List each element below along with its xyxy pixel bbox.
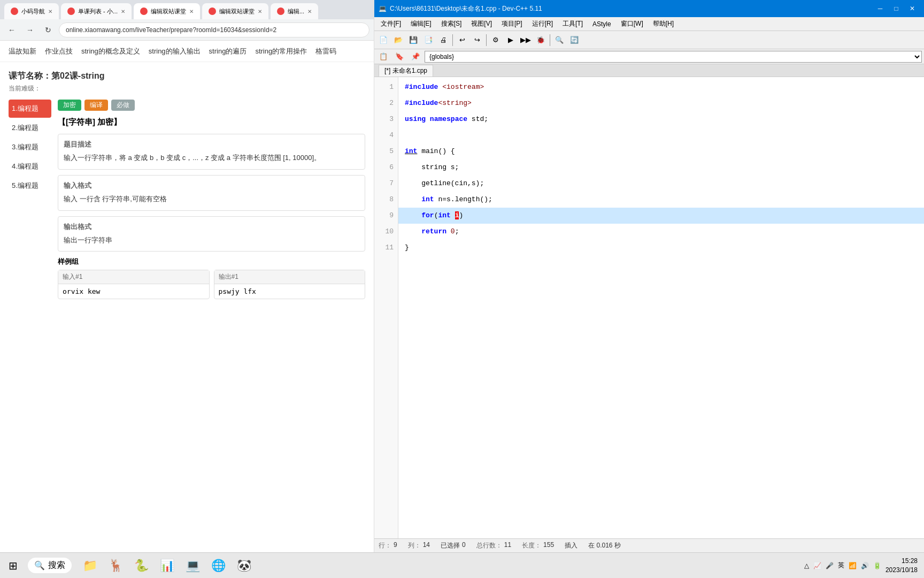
tab-5-close[interactable]: ✕ <box>307 9 312 14</box>
nav-item-1[interactable]: 温故知新 <box>9 47 36 56</box>
toolbar-new[interactable]: 📄 <box>376 33 390 47</box>
toolbar-redo[interactable]: ↪ <box>470 33 484 47</box>
line-num-1: 1 <box>374 79 398 95</box>
code-area[interactable]: 1 2 3 4 5 6 7 8 9 10 11 #include <iostre… <box>374 77 924 538</box>
tag-3[interactable]: 必做 <box>111 100 135 111</box>
tab-2-close[interactable]: ✕ <box>121 9 125 14</box>
toolbar-compile-run[interactable]: ▶▶ <box>519 33 533 47</box>
taskbar-devcpp-icon[interactable]: 💻 <box>181 554 204 577</box>
status-row-val: 9 <box>394 541 397 550</box>
website-top-nav: 温故知新 作业点技 string的概念及定义 string的输入输出 strin… <box>0 41 374 62</box>
file-tab-unnamed[interactable]: [*] 未命名1.cpp <box>379 65 433 77</box>
taskbar-chart-icon[interactable]: 📊 <box>155 554 179 577</box>
sidebar-item-4[interactable]: 4.编程题 <box>9 157 51 176</box>
tag-1[interactable]: 加密 <box>58 100 81 111</box>
nav-item-7[interactable]: 格雷码 <box>315 47 336 56</box>
tab-3-close[interactable]: ✕ <box>189 9 194 14</box>
nav-item-4[interactable]: string的输入输出 <box>149 47 201 56</box>
windows-logo-icon: ⊞ <box>9 559 18 572</box>
forward-button[interactable]: → <box>22 22 37 37</box>
globals-select[interactable]: {globals} <box>425 51 922 63</box>
sidebar-item-5[interactable]: 5.编程题 <box>9 177 51 195</box>
taskbar-python-icon[interactable]: 🐍 <box>129 554 153 577</box>
back-button[interactable]: ← <box>4 22 19 37</box>
code-line-9: for(int i) <box>398 208 924 224</box>
devcpp-titlebar: 💻 C:\Users\86131\Desktop\未命名1.cpp - Dev-… <box>374 0 924 17</box>
globals-icon-2[interactable]: 🔖 <box>392 50 406 64</box>
taskbar-deer-icon[interactable]: 🦌 <box>104 554 127 577</box>
toolbar-run[interactable]: ▶ <box>504 33 518 47</box>
status-col-val: 14 <box>423 541 430 550</box>
toolbar-print[interactable]: 🖨 <box>436 33 450 47</box>
line-num-4: 4 <box>374 127 398 143</box>
clock-date: 2023/10/18 <box>886 566 918 575</box>
tag-2[interactable]: 编译 <box>84 100 108 111</box>
website-content: 课节名称：第02课-string 当前难级： 1.编程题 2.编程题 3.编程题… <box>0 62 374 552</box>
toolbar-replace[interactable]: 🔄 <box>567 33 581 47</box>
toolbar-debug[interactable]: 🐞 <box>534 33 548 47</box>
problem-content: 加密 编译 必做 【[字符串] 加密】 题目描述 输入一行字符串，将 a 变成 … <box>58 100 365 299</box>
browser-tab-1[interactable]: 小码导航 ✕ <box>4 3 59 19</box>
line-num-5: 5 <box>374 143 398 159</box>
menu-window[interactable]: 窗口[W] <box>617 18 648 29</box>
tab-5-label: 编辑... <box>288 7 304 16</box>
status-total-val: 11 <box>504 541 511 550</box>
code-lines[interactable]: #include <iostream> #include<string> usi… <box>398 77 924 538</box>
sidebar-item-3[interactable]: 3.编程题 <box>9 138 51 156</box>
devcpp-menubar: 文件[F] 编辑[E] 搜索[S] 视图[V] 项目[P] 运行[R] 工具[T… <box>374 17 924 31</box>
sample-label: 样例组 <box>58 257 365 267</box>
menu-astyle[interactable]: AStyle <box>588 19 615 29</box>
refresh-button[interactable]: ↻ <box>41 22 56 37</box>
tab-1-close[interactable]: ✕ <box>48 9 52 14</box>
browser-tab-2[interactable]: 单课列表 - 小... ✕ <box>61 3 132 19</box>
toolbar-find[interactable]: 🔍 <box>552 33 566 47</box>
sidebar-item-1[interactable]: 1.编程题 <box>9 100 51 118</box>
taskbar-clock[interactable]: 15:28 2023/10/18 <box>886 557 918 575</box>
browser-tab-5[interactable]: 编辑... ✕ <box>271 3 318 19</box>
output-content: 输出一行字符串 <box>64 235 359 246</box>
nav-item-3[interactable]: string的概念及定义 <box>81 47 140 56</box>
tab-2-icon <box>67 7 75 15</box>
menu-view[interactable]: 视图[V] <box>467 18 496 29</box>
globals-icon-3[interactable]: 📌 <box>409 50 422 64</box>
browser-tab-4[interactable]: 编辑双站课堂 ✕ <box>202 3 268 19</box>
taskbar-pinned-apps: 📁 🦌 🐍 📊 💻 🌐 🐼 <box>78 554 256 577</box>
menu-tools[interactable]: 工具[T] <box>558 18 587 29</box>
menu-search[interactable]: 搜索[S] <box>437 18 466 29</box>
tab-4-close[interactable]: ✕ <box>258 9 262 14</box>
sample-input-cell: 输入#1 orvix kew <box>58 270 210 299</box>
browser-tab-3[interactable]: 编辑双站课堂 ✕ <box>134 3 200 19</box>
nav-item-5[interactable]: string的遍历 <box>209 47 247 56</box>
close-button[interactable]: ✕ <box>905 1 920 16</box>
tab-4-label: 编辑双站课堂 <box>219 7 255 16</box>
taskbar-file-explorer[interactable]: 📁 <box>78 554 102 577</box>
start-button[interactable]: ⊞ <box>0 553 26 579</box>
status-mode: 插入 <box>565 541 578 550</box>
taskbar-panda-icon[interactable]: 🐼 <box>232 554 256 577</box>
globals-icon-1[interactable]: 📋 <box>376 50 390 64</box>
toolbar-undo[interactable]: ↩ <box>455 33 469 47</box>
line-num-2: 2 <box>374 95 398 111</box>
nav-item-6[interactable]: string的常用操作 <box>255 47 307 56</box>
status-total: 总行数： 11 <box>476 541 511 550</box>
toolbar-save[interactable]: 💾 <box>406 33 420 47</box>
menu-file[interactable]: 文件[F] <box>376 18 405 29</box>
taskbar-chrome-icon[interactable]: 🌐 <box>206 554 230 577</box>
taskbar-search[interactable]: 🔍 搜索 <box>28 558 72 573</box>
nav-item-2[interactable]: 作业点技 <box>45 47 73 56</box>
menu-help[interactable]: 帮助[H] <box>649 18 678 29</box>
devcpp-file-tab-bar: [*] 未命名1.cpp <box>374 64 924 77</box>
minimize-button[interactable]: ─ <box>873 1 888 16</box>
toolbar-open[interactable]: 📂 <box>391 33 405 47</box>
sidebar-item-2[interactable]: 2.编程题 <box>9 119 51 137</box>
menu-project[interactable]: 项目[P] <box>497 18 527 29</box>
devcpp-globals-bar: 📋 🔖 📌 {globals} <box>374 49 924 64</box>
menu-edit[interactable]: 编辑[E] <box>406 18 436 29</box>
menu-run[interactable]: 运行[R] <box>528 18 557 29</box>
taskbar: ⊞ 🔍 搜索 📁 🦌 🐍 📊 💻 🌐 🐼 △ 📈 🎤 英 📶 🔊 🔋 15:28… <box>0 552 924 578</box>
devcpp-title-text: 💻 C:\Users\86131\Desktop\未命名1.cpp - Dev-… <box>379 4 542 13</box>
maximize-button[interactable]: □ <box>889 1 904 16</box>
toolbar-save-all[interactable]: 📑 <box>421 33 435 47</box>
toolbar-compile[interactable]: ⚙ <box>489 33 503 47</box>
address-bar[interactable]: online.xiaomawang.com/liveTeacher/prepar… <box>59 22 369 37</box>
